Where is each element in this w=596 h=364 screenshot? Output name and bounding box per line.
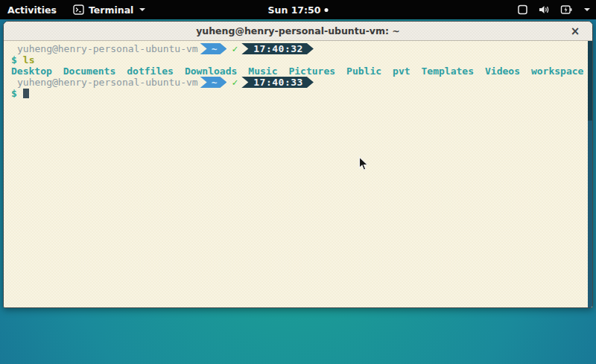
prompt-user: yuheng@henry-personal-ubuntu-vm: [17, 43, 198, 54]
window-titlebar[interactable]: yuheng@henry-personal-ubuntu-vm: ~ ×: [4, 22, 592, 41]
input-line: $: [11, 88, 582, 99]
directory-name: Videos: [485, 66, 520, 77]
prompt-time-segment: 17:40:32: [241, 43, 314, 54]
directory-name: Desktop: [11, 66, 52, 77]
app-menu[interactable]: Terminal: [73, 4, 145, 16]
prompt-user: yuheng@henry-personal-ubuntu-vm: [17, 77, 198, 88]
prompt-symbol: $: [11, 54, 17, 66]
chevron-down-icon: [139, 8, 145, 11]
desktop: { "top_bar": { "activities_label": "Acti…: [0, 0, 596, 364]
prompt-time-segment: 17:40:33: [241, 77, 314, 88]
chevron-down-icon: [584, 8, 590, 11]
notification-dot: [324, 8, 328, 12]
directory-name: dotfiles: [127, 66, 174, 77]
close-button[interactable]: ×: [567, 22, 583, 41]
directory-name: Downloads: [185, 66, 237, 77]
directory-listing: DesktopDocumentsdotfilesDownloadsMusicPi…: [11, 66, 582, 77]
directory-name: Music: [248, 66, 277, 77]
prompt-path-segment: ~: [200, 43, 227, 54]
app-menu-label: Terminal: [89, 4, 133, 16]
text-cursor: [23, 89, 29, 98]
activities-button[interactable]: Activities: [7, 4, 57, 16]
system-status-area[interactable]: [517, 0, 590, 19]
directory-name: pvt: [393, 66, 410, 77]
directory-name: Public: [346, 66, 381, 77]
directory-name: workspace: [531, 66, 583, 77]
prompt-symbol: $: [11, 88, 17, 99]
terminal-screen[interactable]: yuheng@henry-personal-ubuntu-vm ~ ✓ 17:4…: [4, 41, 592, 307]
terminal-icon: [73, 4, 84, 15]
command-line: $ ls: [11, 54, 582, 66]
directory-name: Templates: [422, 66, 474, 77]
scrollbar-thumb[interactable]: [588, 41, 592, 121]
clock-button[interactable]: Sun 17:50: [268, 0, 329, 19]
prompt-path-segment: ~: [200, 77, 227, 88]
battery-charging-icon: [560, 4, 573, 15]
directory-name: Documents: [63, 66, 115, 77]
terminal-window: yuheng@henry-personal-ubuntu-vm: ~ × yuh…: [3, 21, 593, 308]
scrollbar[interactable]: [588, 41, 592, 307]
volume-icon: [538, 4, 551, 15]
prompt-line: yuheng@henry-personal-ubuntu-vm ~ ✓ 17:4…: [11, 43, 582, 54]
status-check-icon: ✓: [232, 77, 238, 88]
directory-name: Pictures: [288, 66, 335, 77]
prompt-line: yuheng@henry-personal-ubuntu-vm ~ ✓ 17:4…: [11, 77, 582, 88]
top-bar: Activities Terminal Sun 17:50: [0, 0, 596, 19]
clock-label: Sun 17:50: [268, 4, 321, 16]
network-icon: [517, 4, 528, 15]
window-title: yuheng@henry-personal-ubuntu-vm: ~: [196, 25, 400, 36]
command-text: ls: [23, 54, 35, 66]
status-check-icon: ✓: [232, 43, 238, 54]
